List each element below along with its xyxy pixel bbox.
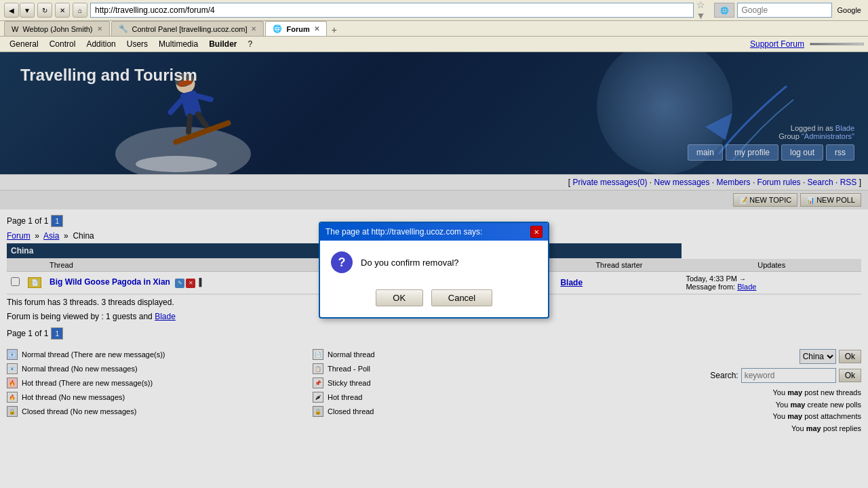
dialog-cancel-button[interactable]: Cancel (431, 289, 492, 306)
th-updates[interactable]: Updates (682, 259, 861, 272)
delete-icon[interactable]: ✕ (186, 279, 195, 288)
keyword-search-row: Search: Ok (631, 368, 861, 383)
browser-search-input[interactable] (737, 3, 832, 18)
forum-select[interactable]: China (800, 349, 836, 364)
perm-may-1: may (787, 388, 802, 396)
tab-bar: W Webtop (John Smith) ✕ 🔧 Control Panel … (0, 21, 868, 37)
search-provider: Google (835, 6, 864, 14)
new-messages-link[interactable]: New messages (654, 178, 709, 187)
stop-button[interactable]: ✕ (55, 3, 70, 18)
address-bar[interactable] (90, 3, 694, 18)
search-section: China Ok Search: Ok You may post new thr… (631, 349, 861, 434)
back-button[interactable]: ◀ (4, 3, 19, 18)
legend-section: 📧 Normal thread (There are new message(s… (7, 349, 617, 434)
header-nav: main my profile log out rss (688, 144, 854, 161)
legend-label-7: Hot thread (No new messages) (22, 393, 125, 401)
update-icon: → (739, 275, 746, 283)
dialog-close-button[interactable]: ✕ (530, 226, 542, 238)
menu-users[interactable]: Users (121, 38, 153, 50)
thread-starter-link[interactable]: Blade (560, 278, 583, 287)
update-user-link[interactable]: Blade (737, 283, 756, 291)
refresh-button[interactable]: ↻ (37, 3, 52, 18)
dialog-box: The page at http://travelling.ucoz.com s… (319, 222, 549, 319)
legend-icon-6: 📌 (313, 378, 323, 388)
nav-logout-btn[interactable]: log out (781, 144, 823, 161)
svg-line-8 (198, 113, 207, 128)
nav-rss-btn[interactable]: rss (826, 144, 854, 161)
legend-item-4: 📋 Thread - Poll (313, 363, 617, 374)
legend-icon-7: 🔥 (7, 392, 18, 403)
legend-label-1: Normal thread (There are new message(s)) (22, 350, 165, 359)
legend-item-8: 🌶 Hot thread (313, 392, 617, 403)
nav-main-btn[interactable]: main (688, 144, 723, 161)
favorites-icon[interactable]: ☆ ▼ (696, 3, 711, 18)
home-button[interactable]: ⌂ (73, 3, 87, 18)
legend-icon-1: 📧 (7, 349, 18, 360)
group-link[interactable]: "Administrators" (802, 132, 854, 140)
perm-may-3: may (787, 412, 802, 420)
dialog-titlebar: The page at http://travelling.ucoz.com s… (320, 223, 548, 241)
edit-icon[interactable]: ✎ (175, 279, 184, 288)
forum-ok-button[interactable]: Ok (839, 350, 861, 363)
thread-type-icon: 📄 (28, 277, 41, 288)
dialog-ok-button[interactable]: OK (376, 289, 423, 306)
nav-btn-group: ◀ ▼ (4, 3, 35, 18)
members-link[interactable]: Members (717, 178, 751, 187)
new-tab-button[interactable]: + (328, 24, 340, 36)
private-messages-link[interactable]: Private messages(0) (572, 178, 647, 187)
tab-close-3[interactable]: ✕ (314, 25, 319, 33)
menu-multimedia[interactable]: Multimedia (153, 38, 203, 50)
tab-control-panel[interactable]: 🔧 Control Panel [travelling.ucoz.com] ✕ (111, 21, 264, 36)
tab-webtop[interactable]: W Webtop (John Smith) ✕ (4, 21, 110, 36)
perm-4: You may post replies (631, 423, 861, 435)
page-1-btn-bottom[interactable]: 1 (51, 327, 63, 340)
search-input[interactable] (741, 368, 836, 383)
admin-icons: ✎ ✕ (175, 279, 195, 288)
perm-3: You may post attachments (631, 411, 861, 423)
menu-addition[interactable]: Addition (81, 38, 121, 50)
nav-profile-btn[interactable]: my profile (726, 144, 778, 161)
bottom-section: 📧 Normal thread (There are new message(s… (0, 345, 868, 439)
viewer-user-link[interactable]: Blade (155, 312, 176, 321)
support-forum-link[interactable]: Support Forum (750, 39, 804, 49)
page-1-btn-top[interactable]: 1 (51, 215, 63, 227)
forum-rules-link[interactable]: Forum rules (757, 178, 801, 187)
row-updates-cell: Today, 4:33 PM → Message from: Blade (682, 272, 861, 294)
page-label-top: Page 1 of 1 (7, 216, 48, 226)
row-checkbox[interactable] (11, 277, 20, 286)
tab-label-cp: Control Panel [travelling.ucoz.com] (132, 25, 248, 33)
new-poll-button[interactable]: 📊 NEW POLL (800, 193, 861, 207)
forward-dropdown[interactable]: ▼ (20, 3, 35, 18)
legend-item-10: 🔒 Closed thread (313, 406, 617, 417)
menu-general[interactable]: General (4, 38, 44, 50)
breadcrumb-china: China (73, 231, 94, 241)
logged-in-user-link[interactable]: Blade (835, 124, 854, 132)
tab-close-1[interactable]: ✕ (97, 25, 102, 33)
menu-bar: General Control Addition Users Multimedi… (0, 37, 868, 52)
th-starter[interactable]: Thread starter (556, 259, 682, 272)
breadcrumb-forum[interactable]: Forum (7, 231, 31, 241)
th-icon (24, 259, 45, 272)
search-link[interactable]: Search (808, 178, 833, 187)
tab-icon-forum: 🌐 (273, 24, 282, 33)
menu-control[interactable]: Control (44, 38, 81, 50)
breadcrumb-asia[interactable]: Asia (43, 231, 59, 241)
search-ok-button[interactable]: Ok (839, 369, 861, 382)
permissions-section: You may post new threads You may create … (631, 387, 861, 434)
logged-in-info: Logged in as Blade Group "Administrators… (778, 124, 854, 140)
menu-help[interactable]: ? (242, 38, 258, 50)
thread-title-link[interactable]: Big Wild Goose Pagoda in Xian (50, 277, 170, 287)
legend-icon-3: 📧 (7, 363, 18, 374)
tab-forum[interactable]: 🌐 Forum ✕ (265, 21, 326, 36)
tab-close-2[interactable]: ✕ (251, 25, 256, 33)
new-topic-icon: 📝 (739, 197, 747, 204)
legend-icon-5: 🔥 (7, 378, 18, 388)
new-topic-button[interactable]: 📝 NEW TOPIC (733, 193, 797, 207)
tab-label: Webtop (John Smith) (22, 25, 92, 33)
viewers-text: Forum is being viewed by : 1 guests and (7, 312, 153, 321)
search-label: Search: (710, 371, 738, 380)
menu-builder[interactable]: Builder (203, 38, 242, 50)
rss-link[interactable]: RSS (840, 178, 857, 187)
legend-icon-10: 🔒 (313, 406, 323, 417)
browser-toolbar: ◀ ▼ ↻ ✕ ⌂ ☆ ▼ 🌐 Google (0, 0, 868, 21)
